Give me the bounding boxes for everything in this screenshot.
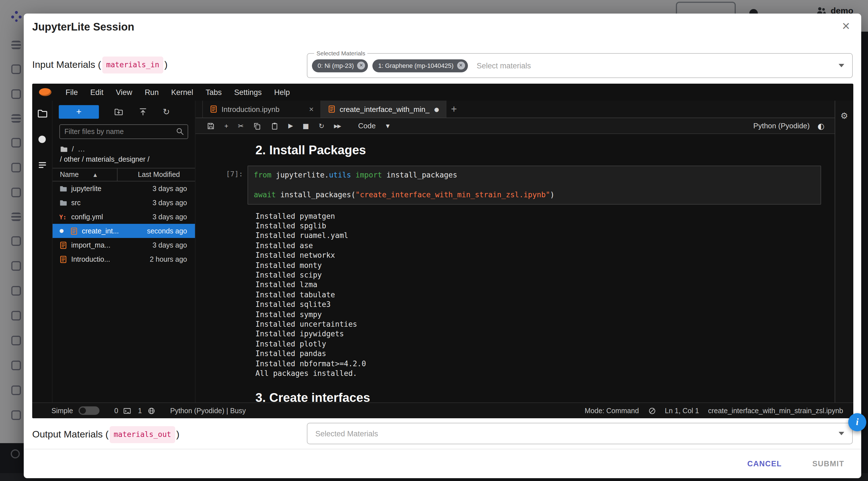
upload-icon[interactable] [138,108,148,116]
jupyterlab-frame: File Edit View Run Kernel Tabs Settings … [32,84,853,418]
unsaved-dot-icon[interactable]: ● [434,106,439,112]
jupyter-logo-icon [39,88,52,96]
stop-icon[interactable]: ■ [303,122,309,130]
section-heading-create: 3. Create interfaces [255,391,835,402]
notebook-icon [328,105,336,113]
cell-output: Installed pymatgen Installed spglib Inst… [255,211,835,379]
kernel-status-icon[interactable]: ◐ [818,121,825,130]
remove-chip-icon[interactable]: × [357,62,365,69]
cut-icon[interactable]: ✂ [238,122,244,130]
material-chip[interactable]: 0: Ni (mp-23) × [312,59,368,72]
notebook-content[interactable]: 2. Install Packages [7]: from jupyterlit… [195,134,835,402]
kernel-status-text[interactable]: Python (Pyodide) | Busy [170,407,246,415]
menu-file[interactable]: File [59,88,84,96]
restart-run-all-icon[interactable]: ▶▶ [334,122,341,130]
jupyter-statusbar: Simple 0 1 Python (Pyodide) | Busy Mode:… [32,402,853,418]
file-row-selected[interactable]: ● create_int... seconds ago [53,224,195,238]
kernels-count[interactable]: 1 [138,407,142,415]
mode-indicator: Mode: Command [585,407,639,415]
menu-view[interactable]: View [110,88,138,96]
notifications-icon[interactable] [648,407,656,415]
folder-icon [59,184,67,192]
output-materials-variable: materials_out [110,426,175,443]
file-list-header: Name ▲ Last Modified [53,168,195,181]
output-select-placeholder: Selected Materials [315,429,378,438]
column-name[interactable]: Name ▲ [53,171,117,179]
breadcrumb-root[interactable]: / [72,145,74,153]
property-inspector-icon[interactable]: ⚙ [841,111,848,402]
material-chip[interactable]: 1: Graphene (mp-1040425) × [372,59,468,72]
dialog-title: JupyterLite Session [32,21,134,33]
breadcrumb-more[interactable]: … [78,145,85,153]
notebook-tabbar: Introduction.ipynb × create_interface_wi… [195,100,835,118]
menu-settings[interactable]: Settings [228,88,268,96]
select-materials-placeholder: Select materials [477,61,531,70]
output-materials-select[interactable]: Selected Materials [307,423,853,444]
execution-count: [7]: [195,166,248,204]
breadcrumb-path[interactable]: / other / materials_designer / [53,153,195,163]
file-browser-icon[interactable] [37,109,47,119]
file-row[interactable]: Introductio... 2 hours ago [53,252,195,266]
right-sidebar: ⚙ [835,100,853,402]
code-editor[interactable]: from jupyterlite.utils import install_pa… [248,166,821,204]
dialog-actions: CANCEL SUBMIT [24,449,861,478]
sort-asc-icon: ▲ [94,172,97,177]
chevron-down-icon[interactable] [839,432,844,435]
jupyter-menubar: File Edit View Run Kernel Tabs Settings … [32,84,853,100]
file-browser-panel: + ↻ / … / other / materials_design [53,100,195,402]
globe-icon[interactable] [148,407,155,415]
file-list: jupyterlite 3 days ago src 3 days ago Y:… [53,181,195,402]
activity-bar [32,100,53,402]
notebook-icon [70,227,78,235]
remove-chip-icon[interactable]: × [457,62,465,69]
selected-materials-input[interactable]: Selected Materials 0: Ni (mp-23) × 1: Gr… [307,53,853,78]
chevron-down-icon: ▾ [386,122,390,130]
insert-cell-icon[interactable]: + [224,122,228,130]
selected-materials-legend: Selected Materials [314,50,368,57]
close-icon[interactable]: × [842,19,850,33]
menu-tabs[interactable]: Tabs [199,88,228,96]
screen: demo JupyterLite Session × In [0,0,868,481]
table-of-contents-icon[interactable] [37,160,47,170]
menu-kernel[interactable]: Kernel [165,88,199,96]
folder-icon[interactable] [60,145,68,153]
running-sessions-icon[interactable] [38,136,46,143]
column-last-modified[interactable]: Last Modified [117,169,195,181]
cursor-position[interactable]: Ln 1, Col 1 [665,407,699,415]
refresh-icon[interactable]: ↻ [163,107,170,117]
run-icon[interactable]: ▶ [288,122,293,130]
yaml-file-icon: Y: [59,213,67,220]
kernel-name[interactable]: Python (Pyodide) [753,122,809,130]
filter-files-input[interactable] [59,124,188,139]
paste-icon[interactable] [271,122,279,130]
cell-type-select[interactable]: Code ▾ [358,122,390,130]
chevron-down-icon[interactable] [839,64,844,67]
terminals-count[interactable]: 0 [114,407,118,415]
menu-run[interactable]: Run [138,88,165,96]
code-cell[interactable]: [7]: from jupyterlite.utils import insta… [195,166,835,204]
terminal-icon[interactable] [123,407,131,415]
menu-edit[interactable]: Edit [84,88,110,96]
cancel-button[interactable]: CANCEL [742,455,787,473]
info-button[interactable]: i [848,413,866,431]
save-icon[interactable] [207,122,215,130]
file-row[interactable]: jupyterlite 3 days ago [53,181,195,196]
active-filename: create_interface_with_min_strain_zsl.ipy… [708,407,843,415]
section-heading-install: 2. Install Packages [255,143,835,158]
file-row[interactable]: src 3 days ago [53,196,195,210]
new-tab-icon[interactable]: + [451,104,457,114]
new-folder-icon[interactable] [114,108,123,116]
close-tab-icon[interactable]: × [309,104,314,114]
restart-kernel-icon[interactable]: ↻ [319,122,324,130]
submit-button[interactable]: SUBMIT [807,455,850,473]
copy-icon[interactable] [253,122,261,130]
file-row[interactable]: import_ma... 3 days ago [53,238,195,252]
notebook-toolbar: + ✂ ▶ ■ ↻ ▶▶ Code ▾ Python (Pyodi [195,118,835,134]
notebook-icon [59,255,67,263]
tab-create-interface[interactable]: create_interface_with_min_ ● [321,100,446,118]
new-launcher-button[interactable]: + [59,105,99,119]
menu-help[interactable]: Help [268,88,296,96]
file-row[interactable]: Y: config.yml 3 days ago [53,210,195,224]
simple-mode-toggle[interactable] [79,407,99,415]
tab-introduction[interactable]: Introduction.ipynb × [202,100,321,118]
